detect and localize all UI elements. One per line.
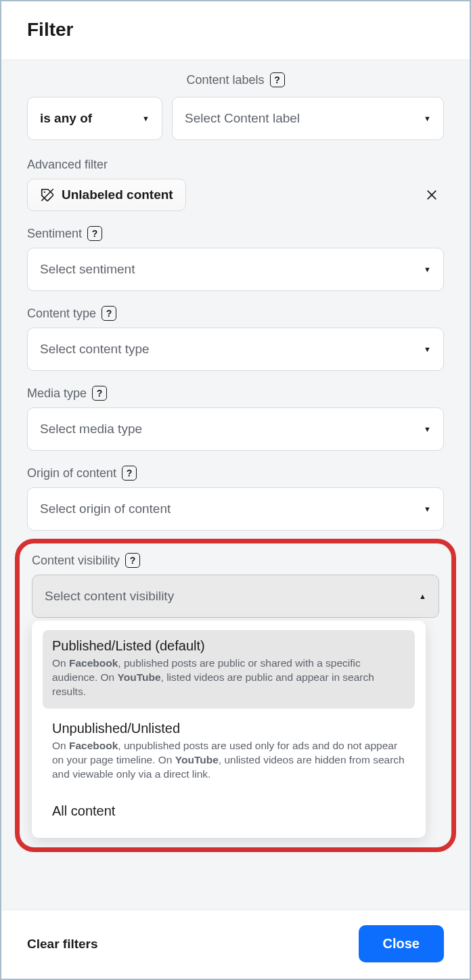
sentiment-label: Sentiment xyxy=(27,227,82,241)
media-type-label-row: Media type ? xyxy=(27,386,444,401)
content-type-label-row: Content type ? xyxy=(27,306,444,321)
sentiment-select[interactable]: Select sentiment ▼ xyxy=(27,248,444,291)
sentiment-label-row: Sentiment ? xyxy=(27,226,444,241)
visibility-label-row: Content visibility ? xyxy=(26,553,445,568)
help-icon[interactable]: ? xyxy=(122,466,137,481)
content-labels-operator-select[interactable]: is any of ▼ xyxy=(27,97,162,140)
content-visibility-region: Content visibility ? Select content visi… xyxy=(15,539,456,852)
svg-line-1 xyxy=(42,190,53,201)
origin-label: Origin of content xyxy=(27,466,116,481)
page-title: Filter xyxy=(27,19,444,41)
help-icon[interactable]: ? xyxy=(102,306,116,321)
filter-body: Content labels ? is any of ▼ Select Cont… xyxy=(1,60,470,910)
content-type-label: Content type xyxy=(27,307,96,321)
help-icon[interactable]: ? xyxy=(270,72,285,87)
filter-header: Filter xyxy=(1,1,470,60)
tag-off-icon xyxy=(40,187,55,202)
help-icon[interactable]: ? xyxy=(92,386,107,401)
option-title: Published/Listed (default) xyxy=(52,638,405,654)
visibility-label: Content visibility xyxy=(32,554,120,568)
content-labels-label-row: Content labels ? xyxy=(27,72,444,87)
option-title: Unpublished/Unlisted xyxy=(52,721,405,736)
help-icon[interactable]: ? xyxy=(125,553,140,568)
origin-placeholder: Select origin of content xyxy=(40,502,171,516)
content-labels-label: Content labels xyxy=(186,73,264,87)
caret-up-icon: ▲ xyxy=(419,592,426,600)
visibility-dropdown: Published/Listed (default) On Facebook, … xyxy=(32,621,426,838)
caret-down-icon: ▼ xyxy=(142,114,150,122)
operator-value: is any of xyxy=(40,111,92,126)
close-button[interactable]: Close xyxy=(359,925,444,962)
svg-point-0 xyxy=(44,192,45,193)
advanced-filter-label: Advanced filter xyxy=(27,158,108,172)
advanced-filter-label-row: Advanced filter xyxy=(27,158,444,172)
origin-label-row: Origin of content ? xyxy=(27,466,444,481)
clear-filters-button[interactable]: Clear filters xyxy=(27,937,98,952)
media-type-label: Media type xyxy=(27,386,87,401)
origin-select[interactable]: Select origin of content ▼ xyxy=(27,487,444,531)
visibility-placeholder: Select content visibility xyxy=(45,589,174,604)
visibility-option-unpublished[interactable]: Unpublished/Unlisted On Facebook, unpubl… xyxy=(43,713,415,791)
media-type-select[interactable]: Select media type ▼ xyxy=(27,407,444,451)
content-labels-row: is any of ▼ Select Content label ▼ xyxy=(27,97,444,140)
sentiment-placeholder: Select sentiment xyxy=(40,262,135,277)
visibility-option-all[interactable]: All content xyxy=(43,795,415,827)
content-labels-select[interactable]: Select Content label ▼ xyxy=(172,97,444,140)
caret-down-icon: ▼ xyxy=(424,114,431,122)
filter-footer: Clear filters Close xyxy=(1,910,470,979)
visibility-select[interactable]: Select content visibility ▲ xyxy=(32,575,439,618)
caret-down-icon: ▼ xyxy=(424,425,431,433)
content-type-select[interactable]: Select content type ▼ xyxy=(27,328,444,371)
visibility-option-published[interactable]: Published/Listed (default) On Facebook, … xyxy=(43,630,415,709)
option-desc: On Facebook, unpublished posts are used … xyxy=(52,739,405,782)
content-type-placeholder: Select content type xyxy=(40,342,150,357)
content-labels-placeholder: Select Content label xyxy=(185,111,300,126)
option-desc: On Facebook, published posts are public … xyxy=(52,656,405,699)
caret-down-icon: ▼ xyxy=(424,505,431,513)
advanced-filter-chip-row: Unlabeled content xyxy=(27,179,444,211)
help-icon[interactable]: ? xyxy=(87,226,102,241)
remove-chip-button[interactable] xyxy=(420,185,444,204)
caret-down-icon: ▼ xyxy=(424,345,431,353)
media-type-placeholder: Select media type xyxy=(40,422,142,437)
option-title: All content xyxy=(52,803,405,819)
caret-down-icon: ▼ xyxy=(424,265,431,273)
unlabeled-content-chip[interactable]: Unlabeled content xyxy=(27,179,186,211)
chip-label: Unlabeled content xyxy=(62,187,173,202)
